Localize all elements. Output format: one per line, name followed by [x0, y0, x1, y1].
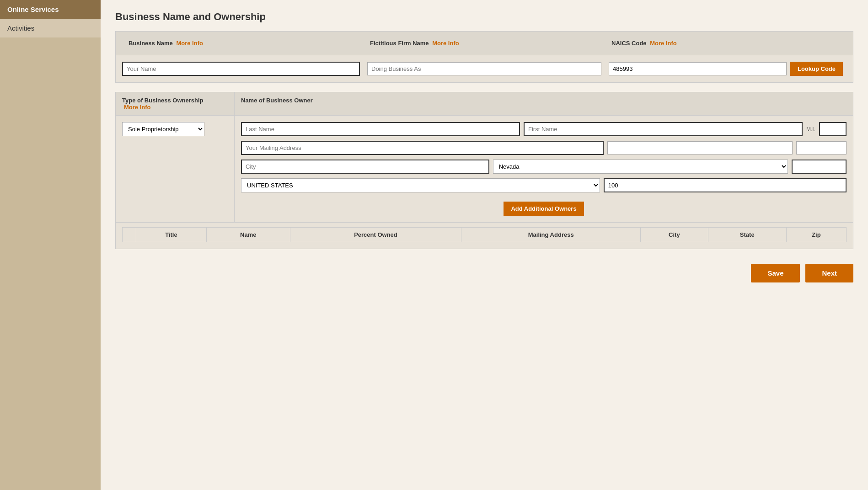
owners-table-header-row: Title Name Percent Owned Mailing Address…: [123, 228, 847, 242]
col-header-naics: NAICS Code More Info: [605, 36, 847, 50]
next-button[interactable]: Next: [805, 264, 853, 282]
naics-input[interactable]: [609, 62, 787, 75]
city-input[interactable]: [241, 160, 489, 174]
city-state-row: Nevada California Oregon Washington Ariz…: [241, 160, 847, 174]
mailing-address-input[interactable]: [241, 141, 604, 155]
fictitious-name-more-info[interactable]: More Info: [432, 40, 459, 47]
business-name-input[interactable]: [122, 62, 360, 76]
page-title: Business Name and Ownership: [115, 11, 853, 23]
col-header-owner-name: Name of Business Owner: [235, 92, 853, 115]
ownership-type-select[interactable]: Sole Proprietorship Partnership Corporat…: [122, 122, 204, 136]
sidebar-item-online-services[interactable]: Online Services: [0, 0, 101, 19]
business-name-header-row: Business Name More Info Fictitious Firm …: [116, 32, 853, 55]
mi-label: M.I.: [806, 126, 815, 133]
business-name-body: Lookup Code: [116, 55, 853, 82]
col-header-business-name: Business Name More Info: [122, 36, 364, 50]
fictitious-name-cell: [364, 62, 605, 75]
save-button[interactable]: Save: [751, 264, 800, 282]
owners-table: Title Name Percent Owned Mailing Address…: [122, 227, 847, 242]
bottom-buttons: Save Next: [115, 258, 853, 288]
ownership-panel: Type of Business Ownership More Info Nam…: [115, 92, 853, 249]
ownership-right: M.I. Nevada California: [235, 116, 853, 222]
col-header-ownership-type: Type of Business Ownership More Info: [116, 92, 235, 115]
activities-label: Activities: [7, 24, 34, 32]
add-owners-row: Add Additional Owners: [241, 202, 847, 216]
naics-row: Lookup Code: [609, 62, 843, 76]
col-header-fictitious-name: Fictitious Firm Name More Info: [364, 36, 605, 50]
online-services-label: Online Services: [7, 5, 59, 13]
business-name-more-info[interactable]: More Info: [176, 40, 203, 47]
th-empty: [123, 228, 136, 242]
naics-cell: Lookup Code: [605, 62, 847, 76]
last-name-input[interactable]: [241, 122, 520, 136]
ownership-body: Sole Proprietorship Partnership Corporat…: [116, 116, 853, 222]
business-name-panel: Business Name More Info Fictitious Firm …: [115, 31, 853, 83]
zip-input[interactable]: [792, 160, 847, 174]
th-name: Name: [206, 228, 290, 242]
ownership-left: Sole Proprietorship Partnership Corporat…: [116, 116, 235, 222]
state-select[interactable]: Nevada California Oregon Washington Ariz…: [493, 160, 788, 174]
sidebar-item-activities[interactable]: Activities: [0, 19, 101, 37]
fictitious-name-input[interactable]: [367, 62, 601, 75]
th-title: Title: [136, 228, 207, 242]
name-row: M.I.: [241, 122, 847, 136]
owner-fields: M.I. Nevada California: [241, 122, 847, 216]
sidebar: Online Services Activities: [0, 0, 101, 490]
country-select[interactable]: UNITED STATES CANADA MEXICO: [241, 178, 600, 192]
add-additional-owners-button[interactable]: Add Additional Owners: [504, 202, 584, 216]
ownership-header-row: Type of Business Ownership More Info Nam…: [116, 92, 853, 116]
country-percent-row: UNITED STATES CANADA MEXICO: [241, 178, 847, 192]
address-apt-input[interactable]: [607, 141, 793, 154]
th-zip: Zip: [786, 228, 846, 242]
th-percent-owned: Percent Owned: [290, 228, 461, 242]
naics-more-info[interactable]: More Info: [650, 40, 677, 47]
address-row: [241, 141, 847, 155]
business-name-cell: [122, 62, 364, 76]
th-city: City: [641, 228, 708, 242]
main-content: Business Name and Ownership Business Nam…: [101, 0, 868, 490]
lookup-code-button[interactable]: Lookup Code: [790, 62, 843, 76]
ownership-type-more-info[interactable]: More Info: [124, 104, 228, 111]
owners-table-section: Title Name Percent Owned Mailing Address…: [116, 222, 853, 249]
th-state: State: [708, 228, 786, 242]
first-name-input[interactable]: [524, 122, 803, 136]
address-extra-input[interactable]: [796, 141, 847, 154]
percent-owned-input[interactable]: [604, 178, 847, 192]
mi-input[interactable]: [819, 122, 847, 136]
th-mailing-address: Mailing Address: [461, 228, 641, 242]
